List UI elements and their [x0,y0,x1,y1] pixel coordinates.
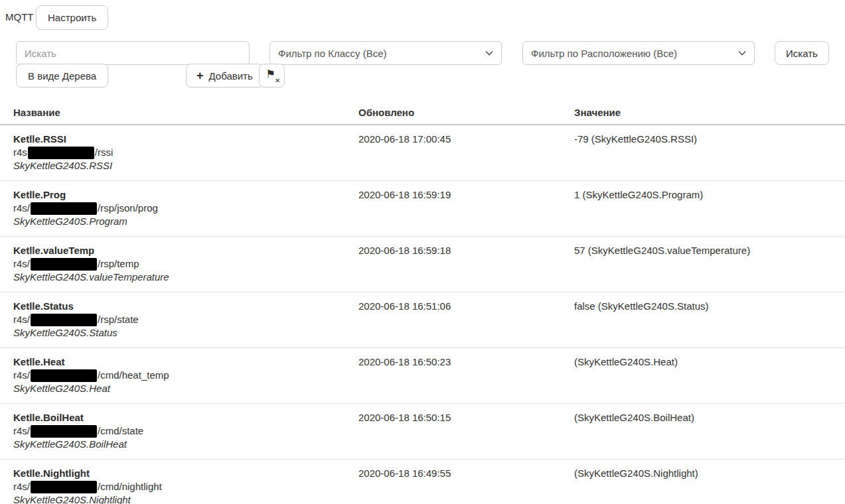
mqtt-topics-table: Название Обновлено Значение Ketlle.RSSI … [0,103,845,504]
mqtt-topic: r4s/ /cmd/nightlight [13,480,358,493]
table-row: Ketlle.Status r4s/ /rsp/state SkyKettleG… [0,292,845,348]
table-row: Ketlle.RSSI r4s /rssi SkyKettleG240S.RSS… [0,125,845,181]
topic-prefix: r4s/ [13,313,30,326]
redacted-segment [31,202,97,215]
mqtt-page: MQTT Настроить Фильтр по Классу (Все) Фи… [0,0,845,504]
column-header-name[interactable]: Название [0,107,358,118]
name-cell: Ketlle.RSSI r4s /rssi SkyKettleG240S.RSS… [0,133,358,172]
topic-suffix: /rsp/json/prog [98,202,158,215]
configure-button[interactable]: Настроить [36,5,108,30]
mqtt-topic: r4s/ /cmd/heat_temp [13,369,358,382]
topic-prefix: r4s/ [13,202,30,215]
mqtt-topic: r4s/ /rsp/temp [13,257,358,271]
object-name-link[interactable]: Ketlle.Nightlight [13,468,90,479]
linked-property: SkyKettleG240S.Status [13,326,358,340]
redacted-segment [31,425,97,438]
topic-prefix: r4s/ [13,480,30,493]
updated-cell: 2020-06-18 16:59:19 [358,188,574,228]
chevron-down-icon [485,50,493,56]
table-header: Название Обновлено Значение [0,103,845,125]
topic-prefix: r4s/ [13,257,30,271]
name-cell: Ketlle.Prog r4s/ /rsp/json/prog SkyKettl… [0,188,358,228]
redacted-segment [28,147,94,159]
chevron-down-icon [738,50,746,56]
search-input[interactable] [16,41,250,65]
column-header-updated: Обновлено [358,107,574,118]
linked-property: SkyKettleG240S.RSSI [13,159,358,172]
add-button[interactable]: + Добавить [186,64,264,88]
topic-prefix: r4s/ [13,424,30,438]
updated-cell: 2020-06-18 16:59:18 [358,244,574,284]
class-filter-value: Фильтр по Классу (Все) [278,48,480,59]
object-name-link[interactable]: Ketlle.RSSI [13,133,66,145]
topic-suffix: /rsp/state [98,313,139,326]
value-cell: (SkyKettleG240S.Heat) [574,355,845,395]
mqtt-topic: r4s/ /cmd/state [13,424,358,438]
location-filter-value: Фильтр по Расположению (Все) [531,48,733,59]
mqtt-topic: r4s/ /rsp/json/prog [13,202,358,215]
flag-x-icon: ⚑ ✕ [266,70,278,82]
location-filter-select[interactable]: Фильтр по Расположению (Все) [522,41,755,65]
linked-property: SkyKettleG240S.valueTemperature [13,271,358,284]
table-row: Ketlle.Heat r4s/ /cmd/heat_temp SkyKettl… [0,348,845,404]
topic-suffix: /cmd/nightlight [98,480,162,493]
updated-cell: 2020-06-18 16:50:15 [358,411,574,451]
updated-cell: 2020-06-18 16:50:23 [358,355,574,395]
object-name-link[interactable]: Ketlle.Heat [13,356,65,367]
linked-property: SkyKettleG240S.Program [13,215,358,228]
redacted-segment [31,314,97,326]
value-cell: (SkyKettleG240S.Nightlight) [574,467,845,504]
value-cell: 57 (SkyKettleG240S.valueTemperature) [574,244,845,284]
value-cell: 1 (SkyKettleG240S.Program) [574,188,845,228]
object-name-link[interactable]: Ketlle.Prog [13,189,66,200]
clear-flags-button[interactable]: ⚑ ✕ [259,64,285,88]
name-cell: Ketlle.Status r4s/ /rsp/state SkyKettleG… [0,300,358,340]
table-row: Ketlle.BoilHeat r4s/ /cmd/state SkyKettl… [0,404,845,460]
topic-prefix: r4s/ [13,369,30,382]
page-title: MQTT [5,11,34,23]
linked-property: SkyKettleG240S.Heat [13,382,358,395]
table-row: Ketlle.Nightlight r4s/ /cmd/nightlight S… [0,460,845,504]
updated-cell: 2020-06-18 16:49:55 [358,467,574,504]
object-name-link[interactable]: Ketlle.BoilHeat [13,412,84,423]
redacted-segment [31,369,97,382]
object-name-link[interactable]: Ketlle.valueTemp [13,245,94,256]
column-header-value: Значение [574,107,845,118]
table-row: Ketlle.Prog r4s/ /rsp/json/prog SkyKettl… [0,181,845,237]
name-cell: Ketlle.BoilHeat r4s/ /cmd/state SkyKettl… [0,411,358,451]
class-filter-select[interactable]: Фильтр по Классу (Все) [269,41,502,65]
value-cell: false (SkyKettleG240S.Status) [574,300,845,340]
topic-suffix: /rsp/temp [98,257,139,271]
redacted-segment [31,258,97,271]
search-button[interactable]: Искать [775,41,829,65]
linked-property: SkyKettleG240S.BoilHeat [13,438,358,451]
updated-cell: 2020-06-18 17:00:45 [358,133,574,172]
linked-property: SkyKettleG240S.Nightlight [13,493,358,504]
name-cell: Ketlle.Heat r4s/ /cmd/heat_temp SkyKettl… [0,355,358,395]
table-row: Ketlle.valueTemp r4s/ /rsp/temp SkyKettl… [0,237,845,292]
object-name-link[interactable]: Ketlle.Status [13,300,74,312]
topic-prefix: r4s [13,146,27,159]
name-cell: Ketlle.Nightlight r4s/ /cmd/nightlight S… [0,467,358,504]
redacted-segment [31,481,97,493]
mqtt-topic: r4s /rssi [13,146,358,159]
tree-view-button[interactable]: В виде Дерева [16,64,108,88]
value-cell: (SkyKettleG240S.BoilHeat) [574,411,845,451]
plus-icon: + [196,70,204,82]
add-button-label: Добавить [209,70,253,82]
name-cell: Ketlle.valueTemp r4s/ /rsp/temp SkyKettl… [0,244,358,284]
mqtt-topic: r4s/ /rsp/state [13,313,358,326]
topic-suffix: /cmd/heat_temp [98,369,169,382]
value-cell: -79 (SkyKettleG240S.RSSI) [574,133,845,172]
topic-suffix: /cmd/state [98,424,143,438]
topic-suffix: /rssi [95,146,114,159]
table-body: Ketlle.RSSI r4s /rssi SkyKettleG240S.RSS… [0,125,845,504]
updated-cell: 2020-06-18 16:51:06 [358,300,574,340]
